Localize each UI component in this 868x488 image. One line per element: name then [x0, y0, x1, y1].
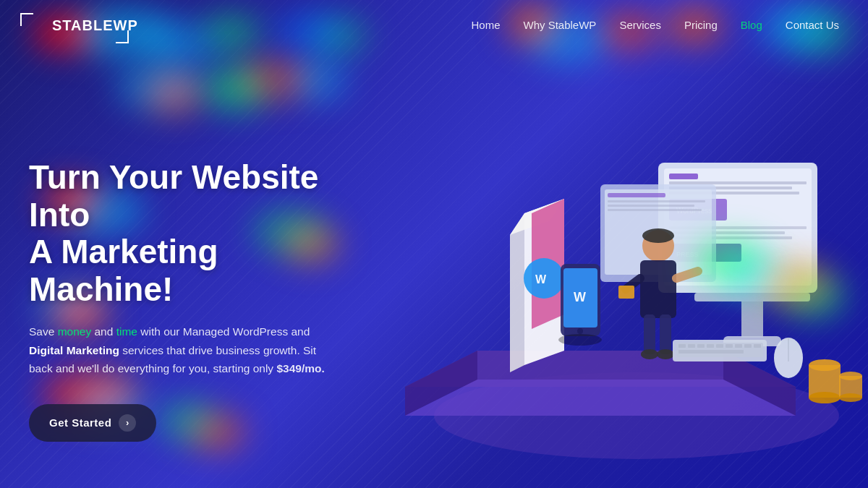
svg-rect-23	[608, 193, 665, 197]
svg-rect-56	[735, 344, 742, 348]
heat-blob	[145, 72, 203, 116]
svg-rect-44	[644, 314, 655, 354]
heat-blob	[239, 58, 311, 101]
hero-content: Turn Your Website IntoA Marketing Machin…	[29, 159, 340, 442]
heat-blob	[203, 65, 268, 112]
logo-corner-br	[116, 30, 129, 43]
svg-rect-51	[688, 344, 695, 348]
svg-point-64	[809, 392, 841, 403]
svg-text:W: W	[574, 290, 586, 304]
cta-button[interactable]: Get Started ›	[29, 404, 156, 442]
hero-subtitle: Save money and time with our Managed Wor…	[29, 322, 340, 378]
svg-rect-25	[608, 205, 694, 207]
nav-link-services[interactable]: Services	[619, 19, 661, 31]
svg-rect-26	[608, 209, 702, 211]
heat-blob	[116, 61, 203, 112]
svg-rect-43	[618, 286, 634, 299]
svg-rect-50	[678, 344, 686, 348]
svg-text:W: W	[535, 273, 547, 286]
svg-rect-6	[741, 301, 763, 338]
nav-links: HomeWhy StableWPServicesPricingBlogConta…	[471, 19, 839, 32]
nav-link-why-stablewp[interactable]: Why StableWP	[524, 19, 597, 31]
svg-rect-40	[640, 260, 676, 318]
svg-rect-5	[694, 293, 810, 301]
svg-point-35	[577, 328, 583, 334]
hero-title: Turn Your Website IntoA Marketing Machin…	[29, 159, 340, 308]
svg-point-47	[657, 349, 674, 359]
svg-point-39	[642, 228, 674, 243]
nav-link-blog[interactable]: Blog	[741, 19, 762, 31]
nav-link-home[interactable]: Home	[471, 19, 500, 31]
svg-rect-54	[716, 344, 723, 348]
svg-rect-58	[754, 344, 761, 348]
cta-arrow-icon: ›	[119, 414, 136, 432]
svg-rect-45	[660, 314, 671, 354]
hero-illustration: WordPress PRESS W W	[347, 40, 868, 488]
hero-section: STABLEWP HomeWhy StableWPServicesPricing…	[0, 0, 868, 488]
svg-rect-55	[726, 344, 733, 348]
svg-rect-59	[678, 350, 744, 354]
svg-rect-24	[608, 200, 705, 202]
cta-label: Get Started	[49, 416, 111, 429]
svg-rect-53	[707, 344, 714, 348]
svg-rect-10	[669, 174, 698, 179]
logo: STABLEWP	[29, 17, 138, 34]
svg-rect-57	[744, 344, 752, 348]
nav-link-contact-us[interactable]: Contact Us	[786, 19, 839, 31]
svg-point-46	[641, 349, 658, 359]
svg-rect-11	[669, 181, 807, 184]
svg-point-67	[839, 393, 862, 402]
navbar: STABLEWP HomeWhy StableWPServicesPricing…	[0, 0, 868, 51]
svg-rect-52	[697, 344, 705, 348]
svg-marker-28	[510, 213, 524, 372]
nav-link-pricing[interactable]: Pricing	[684, 19, 718, 31]
heat-blob	[289, 61, 347, 101]
logo-corner-tl	[20, 13, 33, 26]
svg-point-37	[558, 334, 602, 346]
